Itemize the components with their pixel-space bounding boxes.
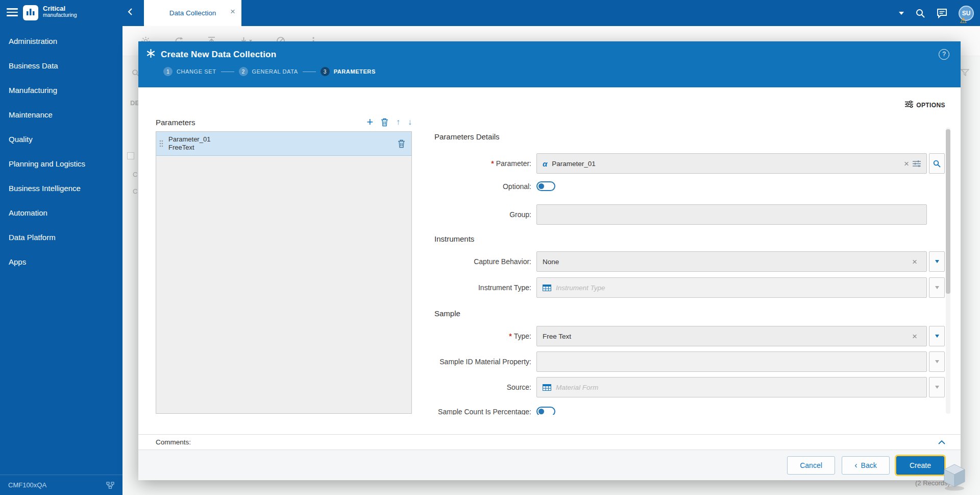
source-row: Source: Material Form: [138, 377, 961, 397]
caret-down-icon: [935, 286, 939, 289]
step-label: GENERAL DATA: [252, 68, 298, 75]
source-dropdown-button: [929, 377, 945, 397]
clear-icon[interactable]: ×: [912, 332, 917, 341]
optional-toggle[interactable]: [536, 181, 555, 191]
clear-icon[interactable]: ×: [904, 159, 909, 168]
sidebar-item-apps[interactable]: Apps: [0, 250, 122, 274]
sidebar-nav: Administration Business Data Manufacturi…: [0, 26, 122, 274]
help-icon[interactable]: ?: [939, 49, 949, 60]
cube-widget[interactable]: [941, 461, 968, 493]
brand-line1: Critical: [43, 5, 77, 12]
sample-type-value: Free Text: [543, 333, 571, 340]
step-label: CHANGE SET: [177, 68, 216, 75]
required-marker: *: [509, 332, 511, 340]
table-icon: [543, 384, 551, 391]
capture-behavior-dropdown-button[interactable]: [929, 251, 945, 272]
step-parameters[interactable]: 3 PARAMETERS: [321, 67, 376, 76]
optional-row: Optional:: [138, 176, 961, 197]
step-connector: [221, 72, 234, 72]
warning-icon[interactable]: ⚠: [960, 16, 967, 25]
step-label: PARAMETERS: [334, 68, 376, 75]
tab-back-chevron-icon[interactable]: [128, 8, 133, 18]
sample-section-title: Sample: [434, 309, 460, 318]
sample-count-label: Sample Count Is Percentage:: [438, 408, 531, 415]
sidebar: Administration Business Data Manufacturi…: [0, 26, 122, 495]
capture-behavior-value: None: [543, 258, 559, 266]
sample-id-row: Sample ID Material Property:: [138, 351, 961, 372]
sidebar-item-manufacturing[interactable]: Manufacturing: [0, 78, 122, 103]
sample-count-toggle[interactable]: [536, 407, 555, 415]
back-label: Back: [861, 461, 877, 469]
sidebar-item-data-platform[interactable]: Data Platform: [0, 225, 122, 250]
capture-behavior-row: Capture Behavior: None ×: [138, 251, 961, 272]
step-connector: [303, 72, 316, 72]
step-change-set[interactable]: 1 CHANGE SET: [163, 67, 216, 76]
brand-name: Critical manufacturing: [43, 5, 77, 18]
caret-down-icon: [935, 386, 939, 389]
sample-type-dropdown-button[interactable]: [929, 326, 945, 346]
modal-body: OPTIONS Parameters + ↑ ↓: [138, 87, 961, 434]
step-circle: 3: [321, 67, 330, 76]
chevron-down-icon[interactable]: [899, 12, 904, 15]
tab-close-icon[interactable]: ×: [230, 7, 235, 16]
instrument-type-select: Instrument Type: [536, 277, 927, 298]
sliders-icon[interactable]: [913, 160, 921, 167]
parameter-row: * Parameter: α Parameter_01 ×: [138, 153, 961, 174]
parameter-search-button[interactable]: [929, 153, 945, 174]
back-button[interactable]: ‹Back: [842, 456, 890, 475]
instruments-section-title: Instruments: [434, 234, 474, 243]
sample-id-select: [536, 351, 927, 372]
group-label: Group:: [509, 210, 531, 219]
clear-icon[interactable]: ×: [912, 257, 917, 266]
parameter-input[interactable]: α Parameter_01 ×: [536, 153, 927, 174]
modal-title: Create New Data Collection: [161, 50, 276, 60]
chat-icon[interactable]: [937, 8, 947, 18]
brand-logo: [23, 5, 38, 22]
create-button[interactable]: Create: [896, 456, 944, 475]
collapse-chevron-icon[interactable]: [938, 440, 945, 444]
environment-footer[interactable]: CMF100xQA: [0, 475, 122, 495]
options-sliders-icon: [905, 101, 913, 109]
sidebar-item-automation[interactable]: Automation: [0, 201, 122, 225]
scrollbar-thumb[interactable]: [946, 129, 950, 294]
table-icon: [543, 285, 551, 291]
source-select: Material Form: [536, 377, 927, 397]
back-chevron-icon: ‹: [854, 461, 857, 469]
optional-label: Optional:: [503, 182, 531, 191]
sample-id-dropdown-button: [929, 351, 945, 372]
sidebar-item-maintenance[interactable]: Maintenance: [0, 103, 122, 127]
group-row: Group:: [138, 204, 961, 225]
source-placeholder: Material Form: [556, 384, 598, 391]
asterisk-icon: [146, 49, 155, 60]
instrument-type-row: Instrument Type: Instrument Type: [138, 277, 961, 298]
source-label: Source:: [507, 383, 531, 391]
capture-behavior-select[interactable]: None ×: [536, 251, 927, 272]
sidebar-item-planning-logistics[interactable]: Planning and Logistics: [0, 152, 122, 176]
sample-type-label: Type:: [514, 332, 531, 340]
cancel-label: Cancel: [800, 461, 822, 469]
step-general-data[interactable]: 2 GENERAL DATA: [239, 67, 298, 76]
group-input[interactable]: [536, 204, 927, 225]
application-window: Critical manufacturing Data Collection ×…: [0, 0, 980, 495]
instrument-type-dropdown-button: [929, 277, 945, 298]
search-icon[interactable]: [915, 8, 925, 18]
cancel-button[interactable]: Cancel: [787, 456, 835, 475]
step-circle: 2: [239, 67, 248, 76]
sidebar-item-administration[interactable]: Administration: [0, 29, 122, 54]
brand-line2: manufacturing: [43, 12, 77, 18]
tab-data-collection[interactable]: Data Collection ×: [144, 0, 241, 26]
sample-type-select[interactable]: Free Text ×: [536, 326, 927, 346]
sample-count-row: Sample Count Is Percentage:: [138, 402, 961, 415]
sidebar-item-quality[interactable]: Quality: [0, 127, 122, 152]
options-button[interactable]: OPTIONS: [905, 101, 945, 109]
modal-footer: Cancel ‹Back Create: [138, 450, 961, 480]
connection-status-icon: [106, 482, 114, 489]
details-scrollbar[interactable]: [946, 128, 950, 414]
create-data-collection-modal: Create New Data Collection ? 1 CHANGE SE…: [138, 41, 961, 480]
hamburger-menu-icon[interactable]: [7, 8, 18, 17]
options-label: OPTIONS: [916, 102, 945, 109]
parameter-value: Parameter_01: [552, 160, 596, 168]
comments-bar[interactable]: Comments:: [138, 434, 961, 450]
sidebar-item-business-intelligence[interactable]: Business Intelligence: [0, 176, 122, 201]
sidebar-item-business-data[interactable]: Business Data: [0, 54, 122, 78]
